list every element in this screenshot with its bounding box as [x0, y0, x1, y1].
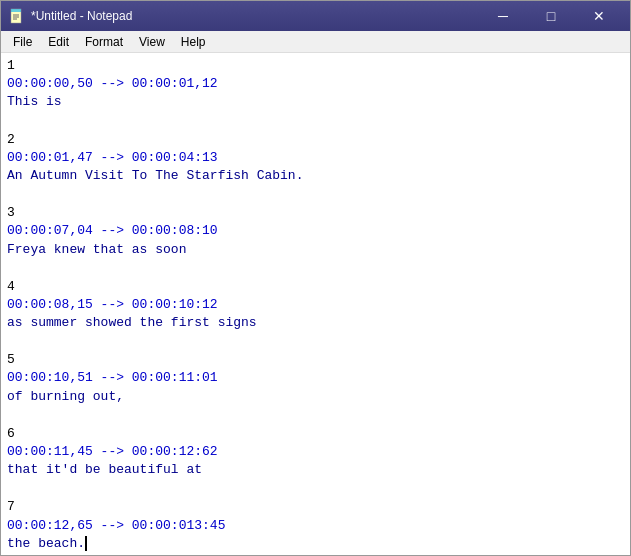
- subtitle-timestamp: 00:00:10,51 --> 00:00:11:01: [7, 369, 624, 387]
- subtitle-number: 3: [7, 204, 624, 222]
- subtitle-text: the beach.: [7, 535, 624, 553]
- subtitle-entry: 400:00:08,15 --> 00:00:10:12as summer sh…: [7, 278, 624, 333]
- subtitle-timestamp: 00:00:11,45 --> 00:00:12:62: [7, 443, 624, 461]
- subtitle-text: as summer showed the first signs: [7, 314, 624, 332]
- minimize-button[interactable]: ─: [480, 1, 526, 31]
- subtitle-entry: 100:00:00,50 --> 00:00:01,12This is: [7, 57, 624, 112]
- subtitle-number: 6: [7, 425, 624, 443]
- svg-rect-1: [11, 9, 21, 12]
- window-controls: ─ □ ✕: [480, 1, 622, 31]
- text-editor[interactable]: 100:00:00,50 --> 00:00:01,12This is200:0…: [1, 53, 630, 555]
- subtitle-timestamp: 00:00:12,65 --> 00:00:013:45: [7, 517, 624, 535]
- subtitle-entry: 700:00:12,65 --> 00:00:013:45the beach.: [7, 498, 624, 553]
- subtitle-timestamp: 00:00:08,15 --> 00:00:10:12: [7, 296, 624, 314]
- subtitle-timestamp: 00:00:01,47 --> 00:00:04:13: [7, 149, 624, 167]
- menu-help[interactable]: Help: [173, 33, 214, 51]
- subtitle-number: 5: [7, 351, 624, 369]
- menu-format[interactable]: Format: [77, 33, 131, 51]
- subtitle-text: of burning out,: [7, 388, 624, 406]
- notepad-window: *Untitled - Notepad ─ □ ✕ File Edit Form…: [0, 0, 631, 556]
- subtitle-number: 2: [7, 131, 624, 149]
- subtitle-entry: 300:00:07,04 --> 00:00:08:10Freya knew t…: [7, 204, 624, 259]
- app-icon: [9, 8, 25, 24]
- subtitle-entry: 500:00:10,51 --> 00:00:11:01of burning o…: [7, 351, 624, 406]
- subtitle-text: An Autumn Visit To The Starfish Cabin.: [7, 167, 624, 185]
- maximize-button[interactable]: □: [528, 1, 574, 31]
- subtitle-timestamp: 00:00:07,04 --> 00:00:08:10: [7, 222, 624, 240]
- subtitle-text: Freya knew that as soon: [7, 241, 624, 259]
- title-bar: *Untitled - Notepad ─ □ ✕: [1, 1, 630, 31]
- window-title: *Untitled - Notepad: [31, 9, 474, 23]
- subtitle-text: that it'd be beautiful at: [7, 461, 624, 479]
- menu-view[interactable]: View: [131, 33, 173, 51]
- close-button[interactable]: ✕: [576, 1, 622, 31]
- subtitle-entry: 200:00:01,47 --> 00:00:04:13An Autumn Vi…: [7, 131, 624, 186]
- subtitle-number: 1: [7, 57, 624, 75]
- menu-bar: File Edit Format View Help: [1, 31, 630, 53]
- subtitle-timestamp: 00:00:00,50 --> 00:00:01,12: [7, 75, 624, 93]
- subtitle-number: 7: [7, 498, 624, 516]
- subtitle-entry: 600:00:11,45 --> 00:00:12:62that it'd be…: [7, 425, 624, 480]
- subtitle-number: 4: [7, 278, 624, 296]
- menu-file[interactable]: File: [5, 33, 40, 51]
- subtitle-text: This is: [7, 93, 624, 111]
- menu-edit[interactable]: Edit: [40, 33, 77, 51]
